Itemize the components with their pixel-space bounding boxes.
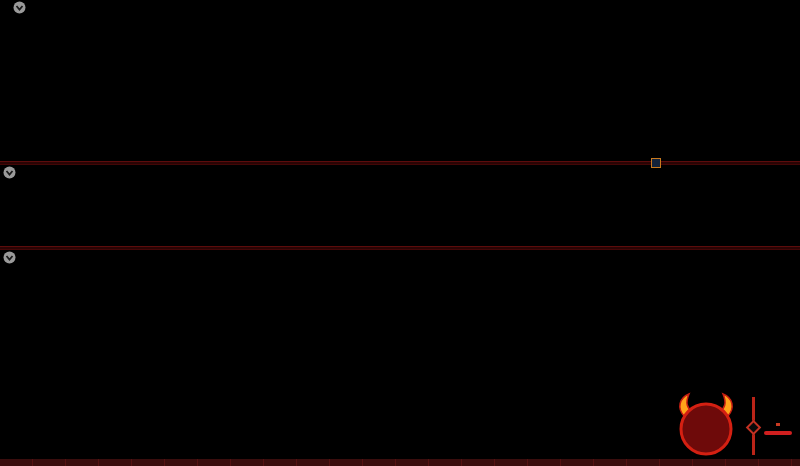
- event-marker-icon[interactable]: [651, 158, 661, 168]
- chevron-down-icon[interactable]: [3, 166, 16, 179]
- bull-logo-icon: [669, 391, 743, 461]
- signal-header: [3, 251, 34, 264]
- chevron-down-icon[interactable]: [13, 1, 26, 14]
- kline-chart[interactable]: [0, 0, 800, 161]
- diamond-icon: [746, 420, 762, 436]
- logo-site-name: [776, 418, 780, 426]
- trading-app-window: [0, 0, 800, 466]
- kline-header: [4, 1, 62, 14]
- logo-site-url[interactable]: [764, 431, 792, 435]
- chevron-down-icon[interactable]: [3, 251, 16, 264]
- site-logo[interactable]: [669, 391, 792, 461]
- macd-header: [3, 166, 52, 179]
- macd-chart[interactable]: [0, 165, 800, 246]
- logo-divider: [752, 397, 755, 455]
